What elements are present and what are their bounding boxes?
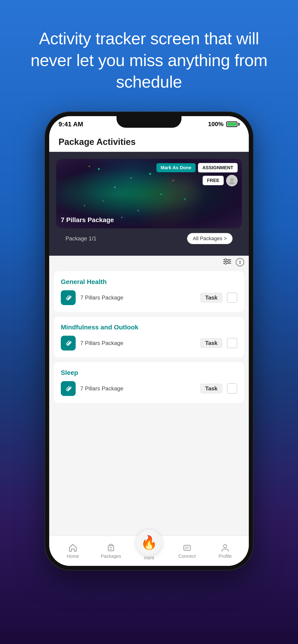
activity-package-3: 7 Pillars Package [80,385,196,392]
profile-icon [220,543,230,552]
all-packages-button[interactable]: All Packages > [187,233,232,244]
nav-item-packages[interactable]: Packages [92,543,130,559]
svg-rect-11 [184,545,190,550]
assignment-badge: ASSIGNMENT [198,163,238,172]
card-title: 7 Pillars Package [61,216,114,224]
activity-category-1: General Health [61,278,237,286]
activity-category-2: Mindfulness and Outlook [61,324,237,331]
badge-row-top: Mark As Done ASSIGNMENT [156,163,238,172]
page-title: Package Activities [59,137,239,147]
svg-rect-8 [108,546,114,551]
activity-item-1: 7 Pillars Package Task [61,290,237,305]
package-card-area: Mark As Done ASSIGNMENT FREE [49,152,249,256]
mark-done-badge[interactable]: Mark As Done [156,163,196,172]
activity-icon-box-3 [61,381,76,396]
svg-point-14 [223,544,227,548]
nav-item-profile[interactable]: Profile [206,543,244,559]
card-badges: Mark As Done ASSIGNMENT FREE [156,163,238,186]
battery-percent: 100% [208,120,224,128]
activity-card-3: Sleep 7 Pillars Package Task [54,362,244,403]
attachment-icon-3 [65,385,72,392]
activities-scroll: i General Health 7 Pillars Package Task [49,256,249,566]
activity-package-1: 7 Pillars Package [80,294,196,301]
battery-fill [227,123,236,126]
center-label-clip: ment [130,555,168,560]
activity-item-2: 7 Pillars Package Task [61,336,237,350]
battery-body [226,122,237,127]
activity-type-2: Task [200,338,222,348]
app-header: Package Activities [49,132,249,152]
filter-row: i [49,256,249,271]
packages-icon [106,543,116,552]
battery-tip [238,123,239,126]
package-counter: Package 1/1 [66,235,96,242]
package-nav: Package 1/1 All Packages > [56,228,242,249]
svg-point-7 [225,262,226,264]
activity-checkbox-2[interactable] [227,338,237,348]
activity-card-2: Mindfulness and Outlook 7 Pillars Packag… [54,317,244,358]
svg-point-0 [230,178,233,182]
badge-row-bottom: FREE [203,175,238,186]
activity-item-3: 7 Pillars Package Task [61,381,237,396]
activity-type-1: Task [200,293,222,302]
activity-category-3: Sleep [61,369,237,376]
headline-text: Activity tracker screen that will never … [0,0,298,112]
activity-icon-box-1 [61,290,76,305]
avatar-icon [228,177,235,184]
activity-package-2: 7 Pillars Package [80,340,196,346]
phone-frame: 9:41 AM 100% Package Activities [45,112,253,570]
nav-item-connect[interactable]: Connect [168,543,206,559]
attachment-icon-1 [65,294,72,301]
svg-point-5 [225,259,226,260]
info-icon[interactable]: i [236,258,244,266]
packages-label: Packages [101,554,121,559]
activity-icon-box-2 [61,336,76,350]
svg-point-6 [228,260,230,262]
connect-icon [182,543,192,552]
fire-button[interactable]: 🔥 [136,530,162,555]
package-card-image: Mark As Done ASSIGNMENT FREE [56,159,242,228]
phone-notch [117,116,181,128]
package-card[interactable]: Mark As Done ASSIGNMENT FREE [56,159,242,228]
phone-screen: 9:41 AM 100% Package Activities [49,116,249,566]
attachment-icon-2 [65,340,72,347]
activity-type-3: Task [200,384,222,394]
activity-checkbox-1[interactable] [227,292,237,303]
activity-checkbox-3[interactable] [227,384,237,394]
nav-item-home[interactable]: Home [54,543,92,559]
home-icon [68,543,78,552]
status-time: 9:41 AM [59,120,83,128]
fire-icon: 🔥 [141,534,157,550]
center-label: ment [144,555,154,560]
activity-card-1: General Health 7 Pillars Package Task [54,271,244,312]
nav-item-center[interactable]: 🔥 ment [130,541,168,560]
bottom-nav: Home Packages 🔥 ment [49,536,249,566]
avatar[interactable] [226,175,238,186]
battery-icon [226,122,239,127]
status-right: 100% [208,120,240,128]
screen-content: Package Activities [49,132,249,566]
home-label: Home [67,554,79,559]
svg-point-1 [229,182,235,184]
connect-label: Connect [178,554,196,559]
profile-label: Profile [219,554,232,559]
filter-icon[interactable] [223,258,231,266]
free-badge: FREE [203,176,224,185]
